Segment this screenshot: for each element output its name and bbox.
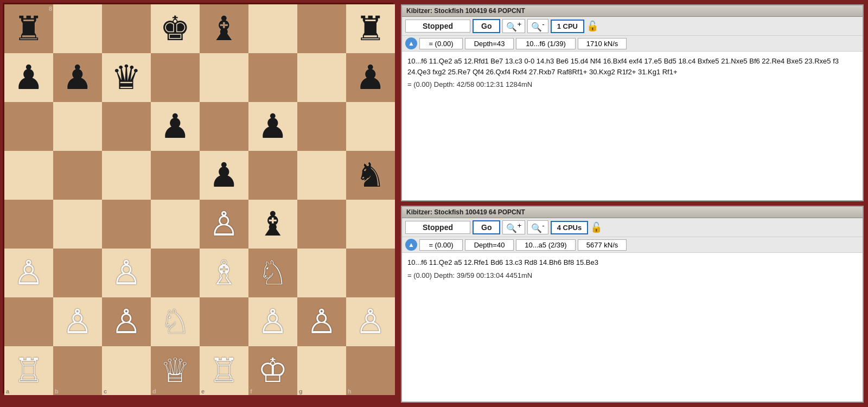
kibitzer-1-status: Stopped bbox=[405, 20, 470, 33]
square-a4 bbox=[4, 200, 53, 249]
chess-section: ♜8 ♚ ♝ ♜ ♟ ♟ ♛ ♟ ♟ ♟ bbox=[0, 0, 399, 407]
piece-Qc7: ♛ bbox=[111, 61, 142, 94]
piece-Ra8: ♜ bbox=[14, 12, 44, 46]
kibitzer-2-depth: Depth=40 bbox=[465, 239, 514, 251]
kibitzer-2-title: Kibitzer: Stockfish 100419 64 POPCNT bbox=[402, 207, 863, 218]
kibitzer-2-move: 10...a5 (2/39) bbox=[516, 239, 576, 251]
kibitzer-1-move: 10...f6 (1/39) bbox=[516, 38, 576, 49]
square-e4: ♙ bbox=[200, 200, 248, 249]
kibitzer-2-lock-icon[interactable]: 🔓 bbox=[590, 221, 602, 233]
kibitzer-1-analysis-eval: = (0.00) Depth: 42/58 00:12:31 1284mN bbox=[407, 79, 857, 90]
square-b2: ♙ bbox=[53, 297, 102, 346]
piece-Bf4: ♝ bbox=[258, 207, 288, 241]
square-e7 bbox=[200, 53, 248, 102]
square-f6: ♟ bbox=[248, 102, 297, 151]
square-g5 bbox=[297, 151, 346, 200]
square-h7: ♟ bbox=[346, 53, 395, 102]
square-a5 bbox=[4, 151, 53, 200]
piece-pb7: ♟ bbox=[62, 61, 93, 94]
square-f7 bbox=[248, 53, 297, 102]
piece-Be3: ♗ bbox=[209, 256, 239, 290]
zoom-in-icon: 🔍+ bbox=[506, 20, 521, 32]
piece-Nf3: ♘ bbox=[258, 256, 288, 290]
square-b5 bbox=[53, 151, 102, 200]
piece-pf6: ♟ bbox=[258, 110, 288, 143]
piece-Pa3: ♙ bbox=[14, 256, 44, 290]
kibitzer-2-eval: = (0.00) bbox=[419, 239, 463, 251]
kibitzer-1-go-button[interactable]: Go bbox=[473, 19, 500, 33]
piece-Pc2: ♙ bbox=[111, 305, 142, 339]
square-b1: b bbox=[53, 346, 102, 395]
kibitzer-1-speed: 1710 kN/s bbox=[578, 38, 627, 49]
zoom-out-icon-2: 🔍- bbox=[531, 221, 544, 233]
piece-Pe4: ♙ bbox=[209, 207, 239, 241]
square-h2: ♙ bbox=[346, 297, 395, 346]
square-g7 bbox=[297, 53, 346, 102]
square-c8 bbox=[102, 4, 151, 53]
zoom-out-icon: 🔍- bbox=[531, 20, 544, 32]
piece-Ph2: ♙ bbox=[355, 305, 386, 339]
square-g2: ♙ bbox=[297, 297, 346, 346]
square-e2 bbox=[200, 297, 248, 346]
square-b6 bbox=[53, 102, 102, 151]
kibitzer-2-go-button[interactable]: Go bbox=[473, 220, 500, 234]
kibitzer-1-depth: Depth=43 bbox=[465, 38, 514, 49]
kibitzer-2-arrow-button[interactable]: ▲ bbox=[405, 239, 417, 251]
piece-Re1: ♖ bbox=[209, 354, 239, 387]
square-h3 bbox=[346, 249, 395, 297]
kibitzer-1-cpu-button[interactable]: 1 CPU bbox=[551, 20, 584, 33]
kibitzer-1-arrow-button[interactable]: ▲ bbox=[405, 37, 417, 49]
square-f8 bbox=[248, 4, 297, 53]
kibitzer-1-lock-icon[interactable]: 🔓 bbox=[586, 20, 598, 32]
piece-Pc3: ♙ bbox=[111, 256, 142, 290]
piece-Be8: ♝ bbox=[209, 12, 239, 46]
square-a8: ♜8 bbox=[4, 4, 53, 53]
kibitzer-1-title: Kibitzer: Stockfish 100419 64 POPCNT bbox=[402, 5, 863, 17]
kibitzer-panel-1: Kibitzer: Stockfish 100419 64 POPCNT Sto… bbox=[401, 4, 864, 201]
kibitzer-1-zoom-out-button[interactable]: 🔍- bbox=[527, 19, 548, 33]
kibitzer-2-analysis-eval: = (0.00) Depth: 39/59 00:13:04 4451mN bbox=[407, 270, 857, 281]
kibitzer-2-cpu-button[interactable]: 4 CPUs bbox=[551, 221, 589, 234]
square-d2: ♘ bbox=[151, 297, 200, 346]
kibitzer-2-zoom-out-button[interactable]: 🔍- bbox=[527, 220, 548, 234]
square-g6 bbox=[297, 102, 346, 151]
piece-Pg2: ♙ bbox=[307, 305, 337, 339]
square-d5 bbox=[151, 151, 200, 200]
square-e8: ♝ bbox=[200, 4, 248, 53]
board-container: ♜8 ♚ ♝ ♜ ♟ ♟ ♛ ♟ ♟ ♟ bbox=[3, 3, 393, 393]
square-h8: ♜ bbox=[346, 4, 395, 53]
kibitzer-1-analysis: 10...f6 11.Qe2 a5 12.Rfd1 Be7 13.c3 0-0 … bbox=[402, 52, 863, 200]
square-c2: ♙ bbox=[102, 297, 151, 346]
square-e5: ♟ bbox=[200, 151, 248, 200]
piece-Kf1: ♔ bbox=[258, 354, 288, 387]
piece-Qd1: ♕ bbox=[160, 354, 190, 387]
kibitzer-1-info-row: ▲ = (0.00) Depth=43 10...f6 (1/39) 1710 … bbox=[402, 36, 863, 52]
square-g1: g bbox=[297, 346, 346, 395]
kibitzer-2-zoom-in-button[interactable]: 🔍+ bbox=[502, 220, 525, 234]
piece-Rh8: ♜ bbox=[355, 12, 386, 46]
piece-Pf2: ♙ bbox=[258, 305, 288, 339]
square-a2 bbox=[4, 297, 53, 346]
kibitzer-2-status: Stopped bbox=[405, 221, 470, 234]
kibitzer-section: Kibitzer: Stockfish 100419 64 POPCNT Sto… bbox=[399, 0, 868, 407]
kibitzer-2-toolbar: Stopped Go 🔍+ 🔍- 4 CPUs 🔓 bbox=[402, 218, 863, 237]
square-d1: ♕d bbox=[151, 346, 200, 395]
square-b8 bbox=[53, 4, 102, 53]
square-d4 bbox=[151, 200, 200, 249]
square-f5 bbox=[248, 151, 297, 200]
square-g8 bbox=[297, 4, 346, 53]
square-c7: ♛ bbox=[102, 53, 151, 102]
square-h1: h bbox=[346, 346, 395, 395]
piece-Kd8: ♚ bbox=[160, 12, 190, 46]
kibitzer-panel-2: Kibitzer: Stockfish 100419 64 POPCNT Sto… bbox=[401, 206, 864, 403]
kibitzer-2-info-row: ▲ = (0.00) Depth=40 10...a5 (2/39) 5677 … bbox=[402, 237, 863, 253]
square-a3: ♙ bbox=[4, 249, 53, 297]
square-f4: ♝ bbox=[248, 200, 297, 249]
square-b4 bbox=[53, 200, 102, 249]
square-c5 bbox=[102, 151, 151, 200]
kibitzer-1-eval: = (0.00) bbox=[419, 38, 463, 49]
square-a1: ♖a bbox=[4, 346, 53, 395]
square-e1: ♖e bbox=[200, 346, 248, 395]
piece-ph7: ♟ bbox=[355, 61, 386, 94]
kibitzer-1-zoom-in-button[interactable]: 🔍+ bbox=[502, 19, 525, 33]
